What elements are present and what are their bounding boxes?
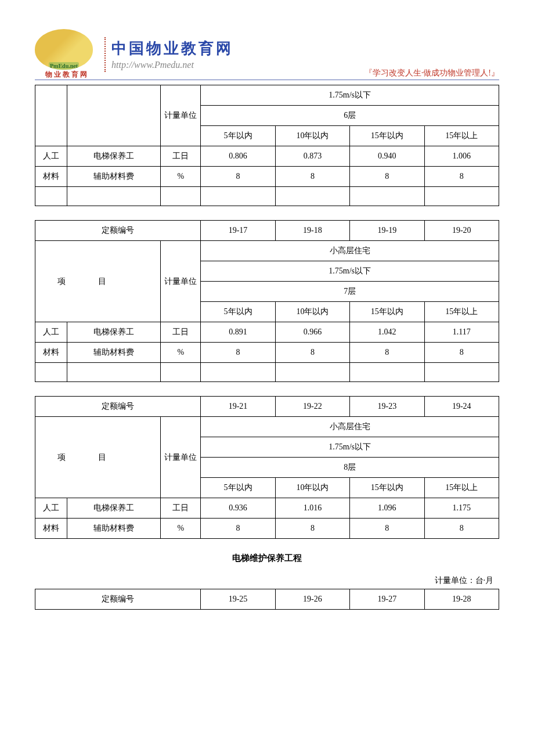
val: 1.175: [424, 498, 499, 519]
val: 0.940: [350, 146, 424, 167]
site-url: http://www.Pmedu.net: [111, 60, 233, 70]
col-year-0: 5年以内: [201, 302, 275, 322]
table-row: 人工 电梯保养工 工日 0.806 0.873 0.940 1.006: [35, 146, 499, 167]
code: 19-26: [275, 589, 349, 610]
val: 8: [275, 519, 349, 539]
spec-type: 小高层住宅: [201, 241, 499, 261]
val: 8: [201, 343, 275, 363]
col-year-2: 15年以内: [350, 126, 424, 146]
val: 8: [201, 167, 275, 187]
spec-floor: 8层: [201, 458, 499, 478]
quota-table-1: 计量单位 1.75m/s以下 6层 5年以内 10年以内 15年以内 15年以上…: [35, 85, 499, 206]
val: 0.873: [275, 146, 349, 167]
project-label: 项目: [35, 241, 161, 322]
logo-text: PmEdu.net: [49, 62, 79, 70]
unit-percent: %: [161, 519, 201, 539]
val: 8: [350, 519, 424, 539]
col-year-2: 15年以内: [350, 478, 424, 498]
val: 1.016: [275, 498, 349, 519]
site-title: 中国物业教育网: [111, 38, 233, 59]
val: 8: [424, 519, 499, 539]
cat-labor: 人工: [35, 498, 67, 519]
val: 8: [350, 167, 424, 187]
quota-code-label: 定额编号: [35, 397, 201, 417]
cat-material: 材料: [35, 343, 67, 363]
val: 1.096: [350, 498, 424, 519]
col-year-0: 5年以内: [201, 126, 275, 146]
val: 8: [275, 343, 349, 363]
quota-table-2: 定额编号 19-17 19-18 19-19 19-20 项目 计量单位 小高层…: [35, 220, 499, 382]
val: 8: [275, 167, 349, 187]
logo-block: PmEdu.net 物业教育网 中国物业教育网 http://www.Pmedu…: [35, 29, 233, 80]
val: 0.966: [275, 322, 349, 343]
spec-floor: 7层: [201, 282, 499, 302]
quota-code-label: 定额编号: [35, 221, 201, 241]
col-year-1: 10年以内: [275, 126, 349, 146]
code: 19-18: [275, 221, 349, 241]
item-labor: 电梯保养工: [67, 322, 161, 343]
code: 19-17: [201, 221, 275, 241]
spec-floor: 6层: [201, 106, 499, 126]
code: 19-19: [350, 221, 424, 241]
val: 1.117: [424, 322, 499, 343]
slogan: 『学习改变人生·做成功物业管理人!』: [365, 68, 499, 80]
logo-icon: PmEdu.net 物业教育网: [35, 29, 99, 80]
section-title: 电梯维护保养工程: [35, 553, 499, 564]
code: 19-24: [424, 397, 499, 417]
table-row-blank: [35, 363, 499, 382]
val: 8: [424, 167, 499, 187]
unit-percent: %: [161, 167, 201, 187]
cat-labor: 人工: [35, 146, 67, 167]
table-row: 人工 电梯保养工 工日 0.936 1.016 1.096 1.175: [35, 498, 499, 519]
item-material: 辅助材料费: [67, 343, 161, 363]
spec-speed: 1.75m/s以下: [201, 261, 499, 282]
col-year-1: 10年以内: [275, 302, 349, 322]
cat-material: 材料: [35, 519, 67, 539]
code: 19-20: [424, 221, 499, 241]
item-labor: 电梯保养工: [67, 498, 161, 519]
col-year-1: 10年以内: [275, 478, 349, 498]
unit-workday: 工日: [161, 146, 201, 167]
unit-label: 计量单位: [161, 241, 201, 322]
divider: [104, 37, 106, 72]
val: 0.806: [201, 146, 275, 167]
item-material: 辅助材料费: [67, 519, 161, 539]
col-year-0: 5年以内: [201, 478, 275, 498]
val: 1.006: [424, 146, 499, 167]
code: 19-27: [350, 589, 424, 610]
item-labor: 电梯保养工: [67, 146, 161, 167]
table-row: 材料 辅助材料费 % 8 8 8 8: [35, 167, 499, 187]
col-year-3: 15年以上: [424, 478, 499, 498]
table-row: 材料 辅助材料费 % 8 8 8 8: [35, 343, 499, 363]
table-row: 人工 电梯保养工 工日 0.891 0.966 1.042 1.117: [35, 322, 499, 343]
val: 0.936: [201, 498, 275, 519]
val: 0.891: [201, 322, 275, 343]
page-header: PmEdu.net 物业教育网 中国物业教育网 http://www.Pmedu…: [35, 29, 499, 80]
code: 19-21: [201, 397, 275, 417]
unit-note: 计量单位：台·月: [35, 574, 499, 586]
code: 19-25: [201, 589, 275, 610]
project-label: 项目: [35, 417, 161, 498]
col-year-2: 15年以内: [350, 302, 424, 322]
quota-table-4: 定额编号 19-25 19-26 19-27 19-28: [35, 589, 499, 610]
logo-bottom-text: 物业教育网: [45, 70, 89, 80]
unit-percent: %: [161, 343, 201, 363]
unit-label: 计量单位: [161, 417, 201, 498]
code: 19-28: [424, 589, 499, 610]
unit-label: 计量单位: [161, 85, 201, 146]
cat-material: 材料: [35, 167, 67, 187]
quota-code-label: 定额编号: [35, 589, 201, 610]
table-row: 材料 辅助材料费 % 8 8 8 8: [35, 519, 499, 539]
cat-labor: 人工: [35, 322, 67, 343]
val: 8: [350, 343, 424, 363]
val: 1.042: [350, 322, 424, 343]
table-row-blank: [35, 187, 499, 206]
code: 19-22: [275, 397, 349, 417]
spec-speed: 1.75m/s以下: [201, 85, 499, 106]
spec-speed: 1.75m/s以下: [201, 437, 499, 458]
col-year-3: 15年以上: [424, 126, 499, 146]
quota-table-3: 定额编号 19-21 19-22 19-23 19-24 项目 计量单位 小高层…: [35, 396, 499, 539]
val: 8: [201, 519, 275, 539]
unit-workday: 工日: [161, 322, 201, 343]
item-material: 辅助材料费: [67, 167, 161, 187]
